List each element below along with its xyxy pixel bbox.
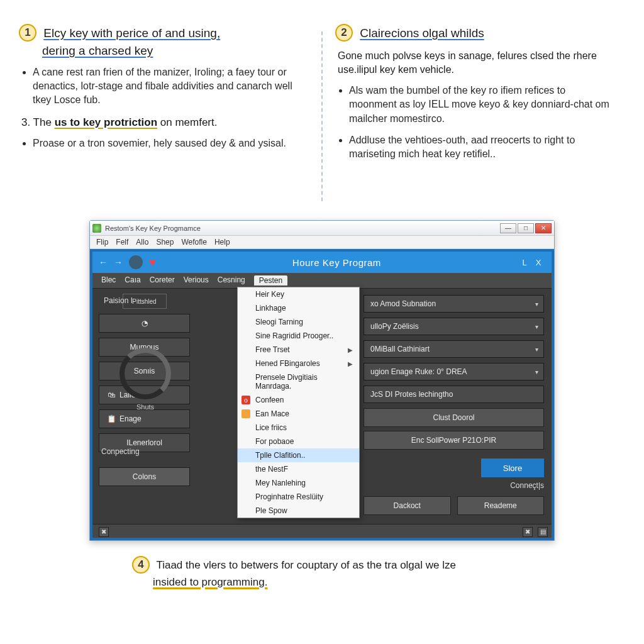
step-1-list: A cane rest ran frien of the manizer, Ir… bbox=[19, 65, 296, 108]
chevron-right-icon: ▶ bbox=[348, 347, 353, 353]
round-icon[interactable] bbox=[129, 255, 143, 269]
step-2-list: Als wam the bumbel of the key ro ifiem r… bbox=[335, 84, 613, 162]
red-square-icon: o bbox=[242, 396, 250, 404]
colons-button[interactable]: Colons bbox=[99, 467, 190, 486]
statusbar: ✖ ✖ ▤ bbox=[92, 524, 552, 538]
close-button[interactable]: ✕ bbox=[535, 223, 552, 233]
menu-item-sine[interactable]: Sine Ragridid Prooger.. bbox=[238, 329, 359, 343]
app-title: Houre Key Program bbox=[156, 257, 518, 268]
divider bbox=[321, 31, 323, 201]
sidebar-icon-button[interactable]: ◔ bbox=[99, 314, 190, 333]
menu-wefofle[interactable]: Wefofle bbox=[181, 238, 206, 247]
menubar: Flip Felf Allo Shep Wefofle Help bbox=[90, 236, 554, 249]
reademe-button[interactable]: Reademe bbox=[457, 496, 545, 515]
shuts-label: Shuts bbox=[108, 403, 183, 411]
menu-flip[interactable]: Flip bbox=[96, 238, 108, 247]
menu-item-confeen[interactable]: oConfeen bbox=[238, 393, 359, 407]
app-icon bbox=[92, 224, 101, 233]
step-2-title: Clairecions olgal whilds bbox=[360, 26, 484, 40]
app-header: ← → ♥ Houre Key Program L X bbox=[92, 252, 552, 273]
titlebar[interactable]: Restom's Key Key Progmamce — □ ✕ bbox=[90, 221, 554, 236]
menu-item-mey[interactable]: Mey Nanlehing bbox=[238, 476, 359, 490]
store-button[interactable]: Slore bbox=[481, 458, 544, 477]
tab-coreter[interactable]: Coreter bbox=[150, 275, 175, 286]
popup-menu: Heir Key Linkhage Sleogi Tarning Sine Ra… bbox=[237, 287, 360, 518]
step-4-text-b: insided to programming. bbox=[153, 576, 267, 588]
header-L-button[interactable]: L bbox=[518, 258, 531, 267]
app-window: Restom's Key Key Progmamce — □ ✕ Flip Fe… bbox=[89, 220, 555, 541]
step-2-bullet-1: Als wam the bumbel of the key ro ifiem r… bbox=[349, 84, 613, 126]
step-1-title-a: Elcy key with perice of and using, bbox=[43, 26, 220, 40]
menu-item-heir-key[interactable]: Heir Key bbox=[238, 287, 359, 301]
menu-item-sleogi[interactable]: Sleogi Tarning bbox=[238, 315, 359, 329]
window-title: Restom's Key Key Progmamce bbox=[105, 225, 499, 232]
tab-pesten[interactable]: Pesten bbox=[254, 275, 287, 286]
menu-item-for-pobaoe[interactable]: For pobaoe bbox=[238, 435, 359, 448]
clust-doorol-button[interactable]: Clust Doorol bbox=[364, 408, 544, 427]
header-X-button[interactable]: X bbox=[531, 258, 545, 267]
gauge-ring-icon bbox=[119, 348, 171, 399]
section-label: Paision I bbox=[104, 296, 133, 305]
center-gauge: Shuts bbox=[108, 348, 183, 423]
tab-blec[interactable]: Blec bbox=[101, 275, 116, 286]
dropdown-ullopy[interactable]: ulloPy Zoëlisis▾ bbox=[364, 318, 544, 335]
chevron-right-icon: ▶ bbox=[348, 360, 353, 367]
enc-sollpower-button[interactable]: Enc SollPower P21O:PIR bbox=[364, 431, 544, 450]
menu-item-linkhage[interactable]: Linkhage bbox=[238, 301, 359, 315]
dropdown-omiball[interactable]: 0MiBall Cathiniart▾ bbox=[364, 340, 544, 358]
menu-item-the-nestf[interactable]: the NestF bbox=[238, 462, 359, 476]
step-1-heading: 1 Elcy key with perice of and using, der… bbox=[19, 25, 296, 59]
menu-item-free-trset[interactable]: Free Trset▶ bbox=[238, 343, 359, 357]
step-1-bullet-1: A cane rest ran frien of the manizer, Ir… bbox=[33, 65, 296, 108]
menu-item-tplle[interactable]: Tplle Clafition.. bbox=[238, 448, 359, 462]
step-1-list-2: Proase or a tron sovemier, hely saused d… bbox=[19, 136, 296, 150]
step-4-block: 4 Tiaad the vlers to betwers for couptar… bbox=[132, 557, 625, 591]
tab-verious[interactable]: Verious bbox=[184, 275, 209, 286]
menu-allo[interactable]: Allo bbox=[136, 238, 148, 247]
tab-caia[interactable]: Caıa bbox=[125, 275, 140, 286]
step-2-bullet-2: Addluse the vehtioes-outh, aad rreocerts… bbox=[349, 133, 613, 162]
gauge-icon: ◔ bbox=[142, 319, 148, 328]
menu-felf[interactable]: Felf bbox=[116, 238, 128, 247]
menu-item-lice[interactable]: Lice friics bbox=[238, 421, 359, 435]
maximize-button[interactable]: □ bbox=[518, 223, 534, 233]
minimize-button[interactable]: — bbox=[500, 223, 516, 233]
menu-item-prensele[interactable]: Prensele Divgitiais Manrdaga. bbox=[238, 370, 359, 393]
orange-square-icon bbox=[242, 409, 250, 418]
step-1-block: 1 Elcy key with perice of and using, der… bbox=[19, 25, 309, 201]
step-2-heading: 2 Clairecions olgal whilds bbox=[335, 25, 613, 43]
dropdown-amod[interactable]: xo Amod Subnation▾ bbox=[364, 295, 544, 313]
tab-cesning[interactable]: Cesning bbox=[218, 275, 245, 286]
menu-item-proginhatre[interactable]: Proginhatre Reslüity bbox=[238, 490, 359, 504]
step-4-text-a: Tiaad the vlers to betwers for couptary … bbox=[156, 559, 456, 571]
menu-shep[interactable]: Shep bbox=[156, 238, 174, 247]
connecting-label: Conpecting bbox=[101, 447, 140, 456]
step-4-badge: 4 bbox=[132, 556, 150, 574]
step-1-title-b: dering a charsed key bbox=[42, 44, 153, 57]
step-1-bullet-2: Proase or a tron sovemier, hely saused d… bbox=[33, 136, 296, 150]
menu-help[interactable]: Help bbox=[214, 238, 230, 247]
heart-icon[interactable]: ♥ bbox=[149, 256, 156, 269]
step-2-badge: 2 bbox=[335, 24, 353, 42]
step-1-badge: 1 bbox=[19, 24, 36, 42]
step-2-para: Gone much polvse keys in sanage, felures… bbox=[338, 49, 613, 77]
dropdown-jcs[interactable]: JcS DI Protes lechingtho bbox=[364, 386, 544, 403]
statusbar-icon-1[interactable]: ✖ bbox=[523, 527, 533, 537]
step-1-sub3: 3. The us to key protriction on memfert. bbox=[21, 116, 296, 129]
statusbar-icon-left[interactable]: ✖ bbox=[99, 527, 109, 537]
menu-item-ple-spow[interactable]: Ple Spow bbox=[238, 504, 359, 518]
connects-link[interactable]: Conneçt|s bbox=[510, 481, 544, 490]
menu-item-hened[interactable]: Hened FBingaroles▶ bbox=[238, 357, 359, 370]
chevron-down-icon: ▾ bbox=[535, 346, 538, 353]
chevron-down-icon: ▾ bbox=[535, 369, 538, 375]
step-2-block: 2 Clairecions olgal whilds Gone much pol… bbox=[335, 25, 625, 201]
back-arrow-icon[interactable]: ← bbox=[99, 257, 108, 267]
statusbar-icon-2[interactable]: ▤ bbox=[538, 527, 548, 537]
chevron-down-icon: ▾ bbox=[535, 323, 538, 330]
dackoct-button[interactable]: Dackoct bbox=[364, 496, 451, 515]
menu-item-ean-mace[interactable]: Ean Mace bbox=[238, 407, 359, 421]
chevron-down-icon: ▾ bbox=[535, 301, 538, 308]
forward-arrow-icon[interactable]: → bbox=[114, 257, 123, 267]
dropdown-ugion[interactable]: ugion Enage Ruke: 0° DREA▾ bbox=[364, 363, 544, 380]
